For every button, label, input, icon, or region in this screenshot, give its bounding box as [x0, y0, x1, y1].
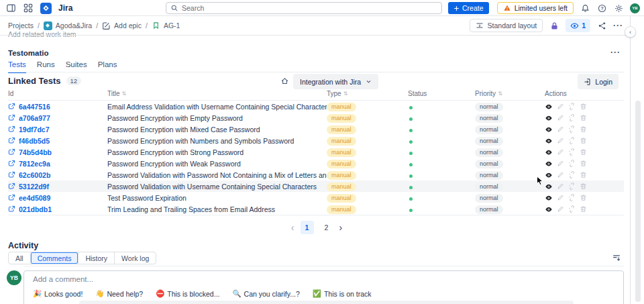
scrollbar[interactable] — [635, 101, 641, 302]
view-eye-icon[interactable] — [545, 205, 553, 213]
delete-trash-icon[interactable] — [580, 148, 587, 156]
delete-trash-icon[interactable] — [580, 137, 587, 144]
view-eye-icon[interactable] — [545, 125, 553, 134]
more-actions-icon[interactable]: ··· — [613, 21, 623, 30]
app-switcher-icon[interactable] — [23, 3, 34, 13]
edit-icon[interactable] — [557, 148, 564, 156]
breadcrumb-project[interactable]: Agoda&Jira — [44, 21, 92, 30]
edit-icon[interactable] — [557, 125, 564, 133]
login-button[interactable]: Login — [578, 74, 619, 89]
comment-box[interactable]: Add a comment... 🎉 Looks good! 👋 Need he… — [23, 270, 624, 304]
header-status[interactable]: Status — [408, 90, 475, 97]
next-page-icon[interactable]: › — [339, 223, 343, 232]
breadcrumb-projects[interactable]: Projects — [8, 21, 34, 30]
view-eye-icon[interactable] — [545, 194, 553, 202]
header-id[interactable]: Id — [8, 90, 107, 97]
create-button[interactable]: Create — [448, 2, 489, 14]
edit-icon[interactable] — [557, 183, 564, 190]
view-eye-icon[interactable] — [545, 171, 553, 179]
view-eye-icon[interactable] — [545, 183, 553, 191]
view-eye-icon[interactable] — [545, 148, 553, 156]
prev-page-icon[interactable]: ‹ — [291, 223, 294, 232]
share-icon[interactable] — [596, 20, 607, 31]
test-id-link[interactable]: 021dbdb1 — [19, 205, 52, 213]
edit-icon[interactable] — [557, 194, 564, 201]
table-row[interactable]: 6a447516 Email Address Validation with U… — [8, 101, 624, 112]
unlink-icon[interactable] — [568, 148, 576, 156]
table-row[interactable]: 74b5d4bb Password Encryption with Strong… — [8, 146, 624, 158]
table-row[interactable]: ee4d5089 Test Password Expiration manual… — [8, 192, 624, 203]
table-row[interactable]: f46db5d5 Password Encryption with Number… — [8, 135, 624, 146]
help-icon[interactable]: ? — [596, 3, 607, 13]
table-row[interactable]: a706a977 Password Encryption with Empty … — [8, 112, 624, 123]
test-id-link[interactable]: a706a977 — [19, 114, 50, 122]
unlink-icon[interactable] — [568, 205, 576, 213]
breadcrumb-issue[interactable]: AG-1 — [152, 21, 180, 30]
lock-icon[interactable] — [549, 20, 559, 31]
sidebar-toggle-icon[interactable] — [5, 3, 16, 13]
delete-trash-icon[interactable] — [580, 183, 587, 190]
page-1-button[interactable]: 1 — [301, 221, 314, 234]
test-id-link[interactable]: 6a447516 — [19, 103, 50, 111]
edit-icon[interactable] — [557, 205, 564, 213]
header-type[interactable]: Type⇅ — [327, 90, 408, 97]
unlink-icon[interactable] — [568, 183, 576, 190]
unlink-icon[interactable] — [568, 171, 576, 179]
tab-comments[interactable]: Comments — [30, 252, 78, 264]
integration-dropdown[interactable]: Integration with Jira — [293, 74, 378, 89]
unlink-icon[interactable] — [568, 114, 576, 121]
delete-trash-icon[interactable] — [580, 160, 587, 167]
table-row[interactable]: 021dbdb1 Trim Leading and Trailing Space… — [8, 203, 624, 215]
delete-trash-icon[interactable] — [580, 103, 587, 110]
breadcrumb-epic[interactable]: Add epic — [102, 21, 142, 30]
jira-logo-icon[interactable] — [40, 3, 52, 14]
quick-reply-on-track[interactable]: ✅ This is on track — [313, 289, 372, 298]
notifications-icon[interactable] — [580, 3, 590, 13]
test-id-link[interactable]: ee4d5089 — [19, 194, 50, 202]
test-id-link[interactable]: 74b5d4bb — [19, 148, 52, 156]
test-id-link[interactable]: f46db5d5 — [19, 137, 50, 145]
test-id-link[interactable]: 19df7dc7 — [19, 125, 50, 134]
view-eye-icon[interactable] — [545, 160, 553, 168]
delete-trash-icon[interactable] — [580, 205, 587, 213]
header-priority[interactable]: Priority⇅ — [475, 90, 545, 97]
unlink-icon[interactable] — [568, 103, 576, 110]
delete-trash-icon[interactable] — [580, 125, 587, 133]
delete-trash-icon[interactable] — [580, 194, 587, 201]
edit-icon[interactable] — [557, 114, 564, 121]
settings-gear-icon[interactable] — [613, 3, 624, 13]
view-eye-icon[interactable] — [545, 103, 553, 111]
view-eye-icon[interactable] — [545, 114, 553, 122]
table-row[interactable]: 62c6002b Password Validation with Passwo… — [8, 169, 624, 181]
comment-placeholder[interactable]: Add a comment... — [33, 275, 93, 283]
quick-reply-blocked[interactable]: ⛔ This is blocked... — [156, 289, 219, 298]
collapse-panel-button[interactable]: ‹ — [625, 26, 636, 38]
edit-icon[interactable] — [557, 103, 564, 110]
test-id-link[interactable]: 62c6002b — [19, 171, 50, 179]
quick-reply-need-help[interactable]: 👋 Need help? — [95, 289, 143, 298]
user-avatar[interactable]: YB — [630, 3, 640, 13]
home-icon[interactable] — [280, 76, 289, 88]
header-title[interactable]: Title⇅ — [107, 90, 327, 97]
quick-reply-clarify[interactable]: 🔍 Can you clarify...? — [232, 289, 299, 298]
comment-sort-icon[interactable] — [612, 253, 621, 265]
table-row[interactable]: 53122d9f Password Validation with Userna… — [8, 181, 624, 192]
page-2-button[interactable]: 2 — [320, 221, 333, 234]
delete-trash-icon[interactable] — [580, 114, 587, 121]
unlink-icon[interactable] — [568, 137, 576, 144]
table-row[interactable]: 7812ec9a Password Encryption with Weak P… — [8, 158, 624, 169]
tab-history[interactable]: History — [78, 252, 114, 264]
standard-layout-button[interactable]: Standard layout — [470, 19, 543, 32]
quick-reply-looks-good[interactable]: 🎉 Looks good! — [33, 289, 83, 298]
unlink-icon[interactable] — [568, 125, 576, 133]
panel-more-icon[interactable]: ··· — [610, 48, 621, 57]
watchers-button[interactable]: 1 — [566, 19, 590, 32]
limited-users-button[interactable]: Limited users left — [497, 2, 574, 14]
edit-icon[interactable] — [557, 171, 564, 179]
test-id-link[interactable]: 53122d9f — [19, 183, 49, 191]
view-eye-icon[interactable] — [545, 137, 553, 145]
unlink-icon[interactable] — [568, 160, 576, 167]
edit-icon[interactable] — [557, 137, 564, 144]
unlink-icon[interactable] — [568, 194, 576, 201]
tab-all[interactable]: All — [9, 252, 30, 264]
